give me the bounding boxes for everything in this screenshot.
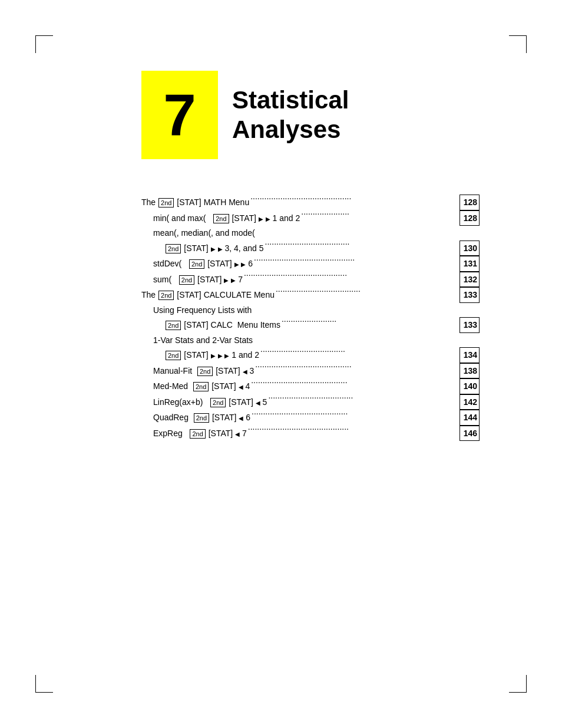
toc-entry-sum-text: sum( 2nd [STAT] ▶ ▶ 7 bbox=[153, 272, 243, 287]
toc-page-133b: 133 bbox=[459, 317, 480, 333]
toc-entry-calculate-text: The 2nd [STAT] CALCULATE Menu bbox=[141, 288, 275, 302]
toc-entry-math-menu-text: The 2nd [STAT] MATH Menu bbox=[141, 195, 249, 210]
toc-dots: ........................................… bbox=[244, 272, 458, 282]
toc-entry-mean-text: mean(, median(, and mode( bbox=[153, 226, 255, 241]
toc-page-146: 146 bbox=[459, 426, 480, 442]
toc-page-130: 130 bbox=[459, 241, 480, 256]
toc-entry-1var-2var: 1-Var Stats and 2-Var Stats bbox=[141, 333, 480, 348]
toc-entry-345-text: 2nd [STAT] ▶ ▶ 3, 4, and 5 bbox=[165, 241, 264, 256]
toc-entry-math-menu: The 2nd [STAT] MATH Menu ...............… bbox=[141, 195, 480, 210]
toc-entry-linreg-text: LinReg(ax+b) 2nd [STAT] ◀ 5 bbox=[153, 395, 267, 410]
toc-entry-med-med: Med-Med 2nd [STAT] ◀ 4 .................… bbox=[141, 378, 480, 394]
toc-dots: ..................................... bbox=[268, 395, 458, 405]
toc-dots: ..................................... bbox=[276, 288, 458, 298]
key-2nd: 2nd bbox=[158, 198, 174, 207]
chapter-number: 7 bbox=[163, 85, 196, 144]
toc-entry-expreg: ExpReg 2nd [STAT] ◀ 7 ..................… bbox=[141, 426, 480, 442]
toc-page-144: 144 bbox=[459, 410, 480, 426]
toc-content: The 2nd [STAT] MATH Menu ...............… bbox=[141, 195, 480, 441]
toc-page-134: 134 bbox=[459, 347, 480, 363]
toc-entry-1and2-text: 2nd [STAT] ▶ ▶ ▶ 1 and 2 bbox=[165, 348, 259, 363]
corner-mark-top-right bbox=[509, 35, 527, 53]
chapter-header: 7 Statistical Analyses bbox=[141, 71, 515, 159]
toc-entry-linreg: LinReg(ax+b) 2nd [STAT] ◀ 5 ............… bbox=[141, 394, 480, 410]
toc-entry-calc-menu-items: 2nd [STAT] CALC Menu Items .............… bbox=[141, 317, 480, 333]
toc-entry-1-and-2: 2nd [STAT] ▶ ▶ ▶ 1 and 2 ...............… bbox=[141, 347, 480, 363]
toc-page-140: 140 bbox=[459, 378, 480, 394]
toc-dots: ........................................… bbox=[251, 379, 458, 389]
toc-entry-min-max: min( and max( 2nd [STAT] ▶ ▶ 1 and 2 ...… bbox=[141, 210, 480, 226]
corner-mark-bottom-left bbox=[35, 675, 53, 693]
toc-page-132: 132 bbox=[459, 272, 480, 288]
toc-entry-1var-text: 1-Var Stats and 2-Var Stats bbox=[153, 333, 253, 348]
toc-entry-min-max-text: min( and max( 2nd [STAT] ▶ ▶ 1 and 2 bbox=[153, 211, 300, 226]
toc-entry-med-med-text: Med-Med 2nd [STAT] ◀ 4 bbox=[153, 379, 250, 394]
toc-dots: ........................................… bbox=[248, 426, 458, 436]
toc-entry-sum: sum( 2nd [STAT] ▶ ▶ 7 ..................… bbox=[141, 272, 480, 288]
toc-entry-quadreg-text: QuadReg 2nd [STAT] ◀ 6 bbox=[153, 410, 250, 425]
toc-page-133a: 133 bbox=[459, 287, 480, 303]
corner-mark-bottom-right bbox=[509, 675, 527, 693]
chapter-title: Statistical Analyses bbox=[232, 85, 349, 145]
toc-dots: ........................................… bbox=[255, 364, 458, 374]
toc-dots: ..................................... bbox=[260, 348, 458, 358]
page: 7 Statistical Analyses The 2nd [STAT] MA… bbox=[0, 0, 562, 728]
toc-dots: ........................................… bbox=[250, 195, 458, 205]
toc-page-131: 131 bbox=[459, 256, 480, 272]
toc-dots: ..................... bbox=[301, 211, 458, 221]
toc-dots: ........................................… bbox=[252, 410, 458, 420]
toc-entry-calculate-menu: The 2nd [STAT] CALCULATE Menu ..........… bbox=[141, 287, 480, 303]
toc-entry-expreg-text: ExpReg 2nd [STAT] ◀ 7 bbox=[153, 426, 247, 441]
toc-entry-quadreg: QuadReg 2nd [STAT] ◀ 6 .................… bbox=[141, 410, 480, 426]
toc-page-128b: 128 bbox=[459, 210, 480, 226]
corner-mark-top-left bbox=[35, 35, 53, 53]
toc-entry-manual-fit-text: Manual-Fit 2nd [STAT] ◀ 3 bbox=[153, 364, 254, 378]
toc-entry-using-freq-text: Using Frequency Lists with bbox=[153, 303, 252, 318]
chapter-number-box: 7 bbox=[141, 71, 218, 159]
toc-entry-using-freq: Using Frequency Lists with bbox=[141, 303, 480, 318]
toc-page-128: 128 bbox=[459, 195, 480, 210]
toc-entry-mean-median-mode: mean(, median(, and mode( bbox=[141, 226, 480, 241]
toc-entry-stddev-text: stdDev( 2nd [STAT] ▶ ▶ 6 bbox=[153, 256, 253, 271]
toc-entry-stddev: stdDev( 2nd [STAT] ▶ ▶ 6 ...............… bbox=[141, 256, 480, 272]
toc-dots: ..................................... bbox=[265, 241, 458, 251]
toc-dots: ........................ bbox=[282, 318, 458, 328]
toc-entry-calc-items-text: 2nd [STAT] CALC Menu Items bbox=[165, 318, 280, 332]
toc-page-138: 138 bbox=[459, 363, 480, 379]
toc-entry-345: 2nd [STAT] ▶ ▶ 3, 4, and 5 .............… bbox=[141, 241, 480, 256]
toc-entry-manual-fit: Manual-Fit 2nd [STAT] ◀ 3 ..............… bbox=[141, 363, 480, 379]
toc-page-142: 142 bbox=[459, 394, 480, 410]
toc-dots: ........................................… bbox=[254, 256, 458, 266]
